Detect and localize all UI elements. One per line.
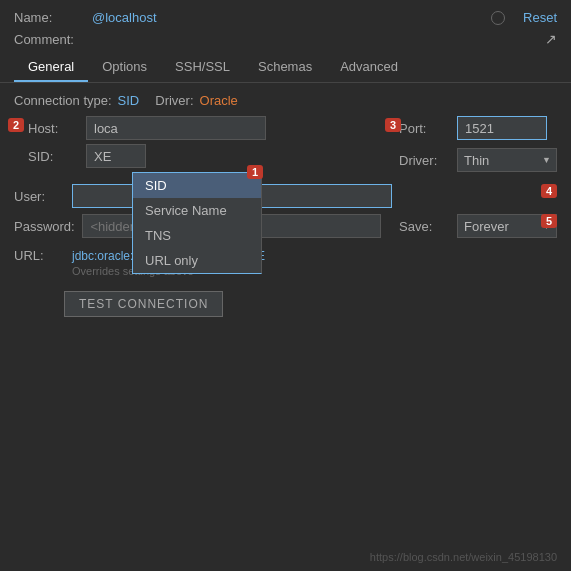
reset-button[interactable]: Reset <box>523 10 557 25</box>
header-row: Name: @localhost Reset <box>0 0 571 29</box>
badge-2: 2 <box>8 118 24 132</box>
watermark: https://blog.csdn.net/weixin_45198130 <box>370 551 557 563</box>
driver-select[interactable]: Thin OCI <box>457 148 557 172</box>
conn-type-label: Connection type: <box>14 93 112 108</box>
driver2-row: Driver: Thin OCI <box>399 148 557 172</box>
host-input[interactable] <box>86 116 266 140</box>
dialog: Name: @localhost Reset Comment: ↗ Genera… <box>0 0 571 571</box>
test-connection-button[interactable]: TEST CONNECTION <box>64 291 223 317</box>
comment-row: Comment: ↗ <box>0 29 571 53</box>
conn-type-value: SID <box>118 93 140 108</box>
save-label: Save: <box>399 219 449 234</box>
tab-schemas[interactable]: Schemas <box>244 53 326 82</box>
user-label: User: <box>14 189 64 204</box>
port-input[interactable] <box>457 116 547 140</box>
badge-5: 5 <box>541 214 557 228</box>
host-row: 2 Host: <box>14 116 266 140</box>
radio-icon[interactable] <box>491 11 505 25</box>
dropdown-item-sid[interactable]: SID <box>133 173 261 198</box>
badge-4: 4 <box>541 184 557 198</box>
host-label: Host: <box>28 121 78 136</box>
port-row: Port: <box>399 116 557 140</box>
name-value: @localhost <box>92 10 483 25</box>
sid-input[interactable] <box>86 144 146 168</box>
sid-row: SID: <box>14 144 266 168</box>
dropdown-item-tns[interactable]: TNS <box>133 223 261 248</box>
dropdown-item-servicename[interactable]: Service Name <box>133 198 261 223</box>
url-section: URL: jdbc:oracle:thin:@localhost:1521:XE… <box>14 248 557 277</box>
driver2-label: Driver: <box>399 153 449 168</box>
driver-select-wrapper: Thin OCI <box>457 148 557 172</box>
port-label: Port: <box>399 121 449 136</box>
badge-1: 1 <box>247 165 263 179</box>
url-row: URL: jdbc:oracle:thin:@localhost:1521:XE <box>14 248 557 263</box>
driver-value: Oracle <box>200 93 238 108</box>
url-label: URL: <box>14 248 64 263</box>
expand-icon[interactable]: ↗ <box>545 31 557 47</box>
name-label: Name: <box>14 10 84 25</box>
tab-advanced[interactable]: Advanced <box>326 53 412 82</box>
sid-label: SID: <box>28 149 78 164</box>
dropdown-item-urlonly[interactable]: URL only <box>133 248 261 273</box>
conn-type-dropdown[interactable]: 1 SID Service Name TNS URL only <box>132 172 262 274</box>
comment-label: Comment: <box>14 32 84 47</box>
tab-options[interactable]: Options <box>88 53 161 82</box>
driver-label: Driver: <box>155 93 193 108</box>
main-content: Connection type: SID Driver: Oracle 2 Ho… <box>0 83 571 571</box>
tab-sshssl[interactable]: SSH/SSL <box>161 53 244 82</box>
tabs: General Options SSH/SSL Schemas Advanced <box>0 53 571 83</box>
tab-general[interactable]: General <box>14 53 88 82</box>
password-label: Password: <box>14 219 74 234</box>
badge-3: 3 <box>385 118 401 132</box>
conn-type-row: Connection type: SID Driver: Oracle <box>14 93 557 108</box>
